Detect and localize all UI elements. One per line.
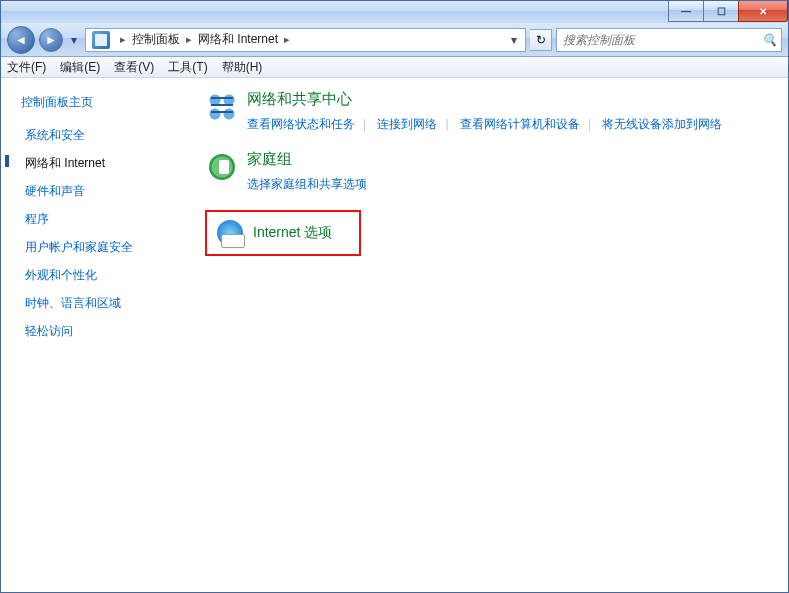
search-box[interactable]: 🔍	[556, 28, 782, 52]
internet-options-icon: ✓	[215, 218, 245, 248]
link-view-status[interactable]: 查看网络状态和任务	[247, 117, 355, 131]
sidebar-item-ease-of-access[interactable]: 轻松访问	[21, 321, 201, 342]
link-view-devices[interactable]: 查看网络计算机和设备	[460, 117, 580, 131]
sidebar-item-hardware-sound[interactable]: 硬件和声音	[21, 181, 201, 202]
sidebar-home[interactable]: 控制面板主页	[21, 94, 201, 111]
control-panel-icon	[92, 31, 110, 49]
category-title[interactable]: 家庭组	[247, 150, 776, 169]
menu-bar: 文件(F) 编辑(E) 查看(V) 工具(T) 帮助(H)	[1, 57, 788, 78]
sidebar-item-user-accounts[interactable]: 用户帐户和家庭安全	[21, 237, 201, 258]
menu-help[interactable]: 帮助(H)	[222, 59, 263, 76]
minimize-icon: —	[681, 6, 691, 17]
content-area: 网络和共享中心 查看网络状态和任务| 连接到网络| 查看网络计算机和设备| 将无…	[201, 78, 788, 592]
sidebar-item-clock-language[interactable]: 时钟、语言和区域	[21, 293, 201, 314]
sidebar-item-system-security[interactable]: 系统和安全	[21, 125, 201, 146]
history-dropdown[interactable]: ▾	[67, 26, 81, 54]
navigation-bar: ◄ ► ▾ ▸ 控制面板 ▸ 网络和 Internet ▸ ▾ ↻ 🔍	[1, 23, 788, 57]
search-input[interactable]	[561, 32, 758, 48]
address-bar[interactable]: ▸ 控制面板 ▸ 网络和 Internet ▸ ▾	[85, 28, 526, 52]
maximize-icon: ☐	[717, 6, 726, 17]
sidebar-item-network-internet[interactable]: 网络和 Internet	[21, 153, 201, 174]
category-title[interactable]: 网络和共享中心	[247, 90, 776, 109]
link-connect-network[interactable]: 连接到网络	[377, 117, 437, 131]
breadcrumb-item[interactable]: 网络和 Internet	[198, 31, 278, 48]
refresh-button[interactable]: ↻	[530, 29, 552, 51]
link-homegroup-options[interactable]: 选择家庭组和共享选项	[247, 177, 367, 191]
back-button[interactable]: ◄	[7, 26, 35, 54]
sidebar-item-programs[interactable]: 程序	[21, 209, 201, 230]
breadcrumb-sep: ▸	[186, 33, 192, 46]
menu-view[interactable]: 查看(V)	[114, 59, 154, 76]
menu-file[interactable]: 文件(F)	[7, 59, 46, 76]
arrow-right-icon: ►	[45, 33, 57, 47]
maximize-button[interactable]: ☐	[703, 1, 739, 22]
menu-tools[interactable]: 工具(T)	[168, 59, 207, 76]
menu-edit[interactable]: 编辑(E)	[60, 59, 100, 76]
category-links: 查看网络状态和任务| 连接到网络| 查看网络计算机和设备| 将无线设备添加到网络	[247, 113, 776, 136]
homegroup-icon	[205, 150, 239, 184]
breadcrumb-sep: ▸	[284, 33, 290, 46]
network-sharing-icon	[205, 90, 239, 124]
minimize-button[interactable]: —	[668, 1, 704, 22]
category-title[interactable]: Internet 选项	[253, 224, 332, 242]
category-internet-options[interactable]: ✓ Internet 选项	[205, 210, 361, 256]
search-icon: 🔍	[762, 33, 777, 47]
sidebar-item-appearance[interactable]: 外观和个性化	[21, 265, 201, 286]
link-add-wireless[interactable]: 将无线设备添加到网络	[602, 117, 722, 131]
address-dropdown[interactable]: ▾	[505, 29, 523, 51]
breadcrumb-item[interactable]: 控制面板	[132, 31, 180, 48]
breadcrumb-sep: ▸	[120, 33, 126, 46]
close-icon: ✕	[759, 6, 767, 17]
body: 控制面板主页 系统和安全 网络和 Internet 硬件和声音 程序 用户帐户和…	[1, 78, 788, 592]
category-links: 选择家庭组和共享选项	[247, 173, 776, 196]
category-network-sharing: 网络和共享中心 查看网络状态和任务| 连接到网络| 查看网络计算机和设备| 将无…	[205, 90, 776, 136]
checkmark-icon: ✓	[223, 237, 232, 250]
control-panel-window: — ☐ ✕ ◄ ► ▾ ▸ 控制面板 ▸ 网络和 Internet ▸ ▾ ↻ …	[0, 0, 789, 593]
chevron-down-icon: ▾	[71, 33, 77, 47]
refresh-icon: ↻	[536, 33, 546, 47]
close-button[interactable]: ✕	[738, 1, 788, 22]
category-homegroup: 家庭组 选择家庭组和共享选项	[205, 150, 776, 196]
titlebar: — ☐ ✕	[1, 1, 788, 23]
arrow-left-icon: ◄	[15, 33, 27, 47]
forward-button[interactable]: ►	[39, 28, 63, 52]
sidebar: 控制面板主页 系统和安全 网络和 Internet 硬件和声音 程序 用户帐户和…	[1, 78, 201, 592]
